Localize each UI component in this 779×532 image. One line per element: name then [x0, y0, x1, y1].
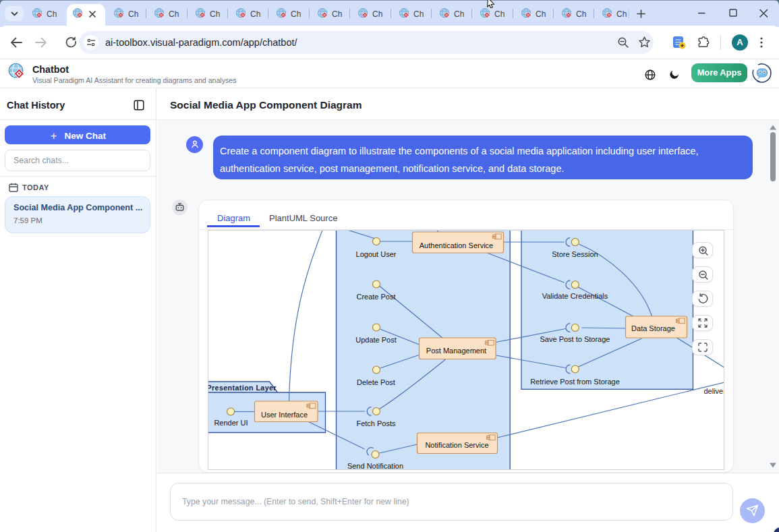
- svg-text:Presentation Layer: Presentation Layer: [208, 384, 277, 392]
- svg-text:Update Post: Update Post: [355, 336, 397, 344]
- svg-text:Notification Service: Notification Service: [425, 441, 488, 449]
- svg-text:Store Session: Store Session: [552, 250, 598, 258]
- svg-text:Save Post to Storage: Save Post to Storage: [540, 335, 610, 343]
- svg-text:Validate Credentials: Validate Credentials: [542, 292, 608, 300]
- svg-text:Delete Post: Delete Post: [357, 378, 395, 386]
- svg-text:Authentication Service: Authentication Service: [419, 241, 492, 249]
- svg-text:Post Management: Post Management: [426, 347, 486, 355]
- svg-text:Logout User: Logout User: [355, 250, 396, 258]
- svg-text:Render UI: Render UI: [214, 419, 248, 427]
- svg-text:Data Storage: Data Storage: [631, 324, 675, 332]
- svg-text:delivers: delivers: [703, 387, 724, 395]
- svg-text:Retrieve Post from Storage: Retrieve Post from Storage: [530, 378, 620, 386]
- svg-text:User Interface: User Interface: [260, 411, 307, 419]
- svg-text:Fetch Posts: Fetch Posts: [356, 419, 396, 427]
- svg-text:Send Notification: Send Notification: [347, 462, 403, 469]
- svg-text:Create Post: Create Post: [356, 293, 395, 301]
